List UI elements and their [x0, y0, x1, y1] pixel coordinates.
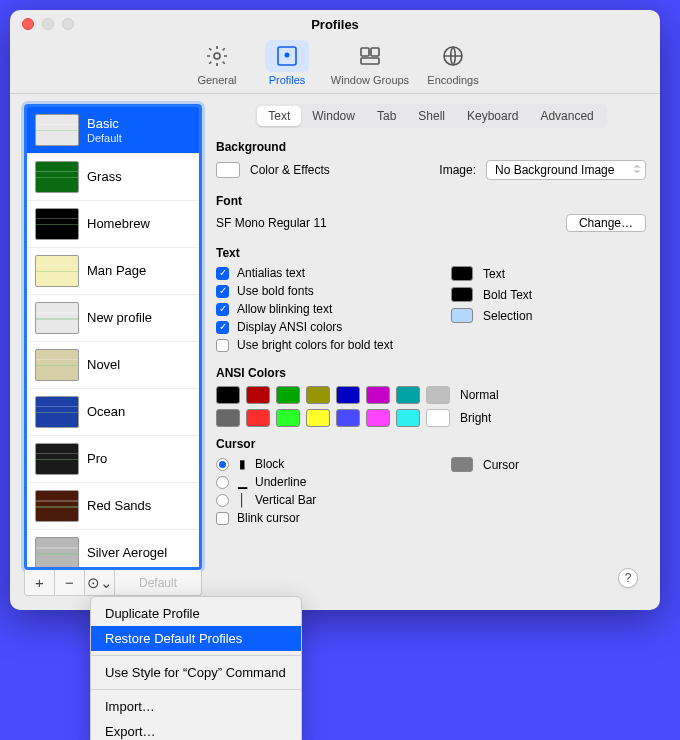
profile-list[interactable]: BasicDefaultGrassHomebrewMan PageNew pro… [24, 104, 202, 570]
ansi-checkbox[interactable] [216, 321, 229, 334]
more-actions-button[interactable]: ⊙⌄ [85, 570, 115, 595]
change-font-button[interactable]: Change… [566, 214, 646, 232]
cursor-bar-radio[interactable] [216, 494, 229, 507]
cursor-block-label: Block [255, 457, 284, 471]
menu-duplicate-profile[interactable]: Duplicate Profile [91, 601, 301, 626]
cursor-block-radio[interactable] [216, 458, 229, 471]
toolbar-label: Encodings [418, 74, 488, 86]
cursor-heading: Cursor [216, 437, 646, 451]
image-label: Image: [439, 163, 476, 177]
cursor-underline-radio[interactable] [216, 476, 229, 489]
profile-thumbnail [35, 302, 79, 334]
ansi-color-well[interactable] [336, 386, 360, 404]
profile-thumbnail [35, 490, 79, 522]
ansi-color-well[interactable] [246, 409, 270, 427]
tab-advanced[interactable]: Advanced [529, 106, 604, 126]
profile-row[interactable]: Novel [27, 342, 199, 389]
profile-row[interactable]: Ocean [27, 389, 199, 436]
tab-text[interactable]: Text [257, 106, 301, 126]
globe-icon [441, 44, 465, 68]
ansi-color-well[interactable] [336, 409, 360, 427]
menu-restore-defaults[interactable]: Restore Default Profiles [91, 626, 301, 651]
toolbar-profiles[interactable]: Profiles [252, 38, 322, 86]
text-color-well[interactable] [451, 266, 473, 281]
ansi-color-well[interactable] [426, 386, 450, 404]
ansi-color-well[interactable] [276, 386, 300, 404]
ansi-row-label: Normal [460, 388, 499, 402]
menu-use-style-copy[interactable]: Use Style for “Copy” Command [91, 660, 301, 685]
tab-bar: TextWindowTabShellKeyboardAdvanced [216, 104, 646, 128]
font-value: SF Mono Regular 11 [216, 216, 327, 230]
toolbar-encodings[interactable]: Encodings [418, 38, 488, 86]
background-color-well[interactable] [216, 162, 240, 178]
more-actions-menu: Duplicate Profile Restore Default Profil… [90, 596, 302, 740]
ansi-color-well[interactable] [306, 409, 330, 427]
toolbar-label: Window Groups [322, 74, 418, 86]
zoom-window-button[interactable] [62, 18, 74, 30]
ansi-color-well[interactable] [216, 386, 240, 404]
ansi-color-well[interactable] [216, 409, 240, 427]
ansi-color-well[interactable] [276, 409, 300, 427]
minimize-window-button[interactable] [42, 18, 54, 30]
background-heading: Background [216, 140, 646, 154]
tab-keyboard[interactable]: Keyboard [456, 106, 529, 126]
selection-color-well[interactable] [451, 308, 473, 323]
toolbar-general[interactable]: General [182, 38, 252, 86]
ansi-color-well[interactable] [246, 386, 270, 404]
profile-name: Silver Aerogel [87, 545, 167, 561]
ansi-color-well[interactable] [426, 409, 450, 427]
help-button[interactable]: ? [618, 568, 638, 588]
profile-row[interactable]: Man Page [27, 248, 199, 295]
blink-cursor-checkbox[interactable] [216, 512, 229, 525]
bold-well-label: Bold Text [483, 288, 532, 302]
add-profile-button[interactable]: + [25, 570, 55, 595]
profile-thumbnail [35, 114, 79, 146]
svg-rect-4 [371, 48, 379, 56]
ansi-color-well[interactable] [396, 386, 420, 404]
profile-row[interactable]: New profile [27, 295, 199, 342]
menu-import[interactable]: Import… [91, 694, 301, 719]
cursor-color-well[interactable] [451, 457, 473, 472]
profile-name: Pro [87, 451, 107, 467]
tab-shell[interactable]: Shell [407, 106, 456, 126]
profile-row[interactable]: Red Sands [27, 483, 199, 530]
preferences-window: Profiles General Profiles Window Groups … [10, 10, 660, 610]
antialias-label: Antialias text [237, 266, 305, 280]
profile-row[interactable]: Homebrew [27, 201, 199, 248]
profile-row[interactable]: Pro [27, 436, 199, 483]
antialias-checkbox[interactable] [216, 267, 229, 280]
block-icon: ▮ [237, 457, 247, 471]
window-title: Profiles [10, 17, 660, 32]
profile-thumbnail [35, 255, 79, 287]
ansi-color-well[interactable] [366, 409, 390, 427]
svg-point-2 [285, 53, 290, 58]
bold-fonts-checkbox[interactable] [216, 285, 229, 298]
profile-row[interactable]: Grass [27, 154, 199, 201]
ansi-heading: ANSI Colors [216, 366, 646, 380]
tab-window[interactable]: Window [301, 106, 366, 126]
toolbar-window-groups[interactable]: Window Groups [322, 38, 418, 86]
blinking-label: Allow blinking text [237, 302, 332, 316]
bold-color-well[interactable] [451, 287, 473, 302]
profile-row[interactable]: BasicDefault [27, 107, 199, 154]
close-window-button[interactable] [22, 18, 34, 30]
blinking-checkbox[interactable] [216, 303, 229, 316]
bright-bold-checkbox[interactable] [216, 339, 229, 352]
profile-name: Novel [87, 357, 120, 373]
profile-name: Homebrew [87, 216, 150, 232]
underline-icon: ▁ [237, 475, 247, 489]
ansi-color-well[interactable] [366, 386, 390, 404]
menu-export[interactable]: Export… [91, 719, 301, 740]
profile-name: Basic [87, 116, 122, 132]
profile-row[interactable]: Silver Aerogel [27, 530, 199, 570]
tab-tab[interactable]: Tab [366, 106, 407, 126]
background-image-popup[interactable]: No Background Image [486, 160, 646, 180]
menu-separator [91, 689, 301, 690]
set-default-button[interactable]: Default [115, 576, 201, 590]
profile-name: New profile [87, 310, 152, 326]
svg-rect-5 [361, 58, 379, 64]
remove-profile-button[interactable]: − [55, 570, 85, 595]
gear-icon [205, 44, 229, 68]
ansi-color-well[interactable] [396, 409, 420, 427]
ansi-color-well[interactable] [306, 386, 330, 404]
